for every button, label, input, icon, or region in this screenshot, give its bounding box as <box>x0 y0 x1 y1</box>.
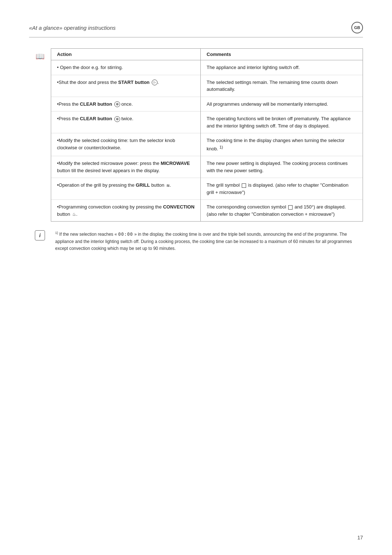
clear-icon: ⊗ <box>114 101 120 107</box>
footnote-left-col: i <box>29 230 51 240</box>
comment-cell: The corresponding convection symbol and … <box>201 200 363 222</box>
page-header: «At a glance» operating instructions GB <box>29 22 363 37</box>
action-text: •Operation of the grill by pressing the … <box>57 182 171 188</box>
grill-symbol <box>242 183 246 188</box>
table-row: •Shut the door and press the START butto… <box>51 75 363 97</box>
action-cell: • Open the door e.g. for stirring. <box>51 60 201 75</box>
page-title: «At a glance» operating instructions <box>29 25 115 31</box>
info-badge: i <box>35 230 45 240</box>
comment-text: The operating functions will be broken o… <box>207 116 351 129</box>
action-cell: •Modify the selected microwave power: pr… <box>51 156 201 178</box>
action-cell: •Press the CLEAR button ⊗ once. <box>51 97 201 112</box>
start-icon <box>152 80 158 85</box>
action-cell: •Shut the door and press the START butto… <box>51 75 201 97</box>
comment-cell: The selected settings remain. The remain… <box>201 75 363 97</box>
page-number: 17 <box>357 535 363 540</box>
comment-text: The corresponding convection symbol and … <box>207 204 346 217</box>
language-badge: GB <box>351 22 363 33</box>
table-row: •Press the CLEAR button ⊗ once. All prog… <box>51 97 363 112</box>
comment-text: The new power setting is displayed. The … <box>207 161 348 173</box>
table-row: •Programming convection cooking by press… <box>51 200 363 222</box>
convection-icon: ♨ <box>72 211 76 218</box>
comment-cell: The new power setting is displayed. The … <box>201 156 363 178</box>
comment-cell: The operating functions will be broken o… <box>201 112 363 133</box>
bold-keyword: START button <box>118 80 150 85</box>
convection-symbol <box>288 205 293 210</box>
left-icon-column: 📖 <box>29 48 51 222</box>
comment-cell: The appliance and interior lighting swit… <box>201 60 363 75</box>
clear-icon: ⊗ <box>114 116 120 122</box>
footnote-area: i 1) If the new selection reaches « 00:0… <box>29 230 363 252</box>
instructions-table: Action Comments • Open the door e.g. for… <box>51 49 363 221</box>
book-icon: 📖 <box>36 52 45 61</box>
comment-cell: All programmes underway will be momentar… <box>201 97 363 112</box>
comment-text: All programmes underway will be momentar… <box>207 101 328 107</box>
action-text: • Open the door e.g. for stirring. <box>57 65 123 70</box>
bold-keyword: CLEAR button <box>80 116 112 121</box>
table-row: •Press the CLEAR button ⊗ twice. The ope… <box>51 112 363 133</box>
comment-text: The cooking time in the display changes … <box>207 138 344 151</box>
footnote-text: 1) If the new selection reaches « 00:00 … <box>55 230 363 252</box>
action-text: •Programming convection cooking by press… <box>57 204 195 217</box>
bold-keyword: CLEAR button <box>80 101 112 107</box>
comment-cell: The cooking time in the display changes … <box>201 133 363 156</box>
bold-keyword: CONVECTION <box>163 204 195 210</box>
action-text: •Press the CLEAR button ⊗ once. <box>57 101 133 107</box>
action-cell: •Modify the selected cooking time: turn … <box>51 133 201 156</box>
page: «At a glance» operating instructions GB … <box>0 0 392 555</box>
action-cell: •Operation of the grill by pressing the … <box>51 178 201 200</box>
content-area: 📖 Action Comments • Open the door e.g. f… <box>29 48 363 222</box>
action-text: •Modify the selected microwave power: pr… <box>57 161 190 173</box>
comment-text: The grill symbol is displayed. (also ref… <box>207 182 348 195</box>
display-digits: 00:00 <box>118 232 133 237</box>
table-row: •Operation of the grill by pressing the … <box>51 178 363 200</box>
table-row: •Modify the selected cooking time: turn … <box>51 133 363 156</box>
comment-text: The selected settings remain. The remain… <box>207 80 338 92</box>
action-text: •Shut the door and press the START butto… <box>57 80 159 85</box>
col-header-action: Action <box>51 49 201 60</box>
grill-icon: ≋ <box>166 182 170 189</box>
col-header-comments: Comments <box>201 49 363 60</box>
action-cell: •Press the CLEAR button ⊗ twice. <box>51 112 201 133</box>
comment-cell: The grill symbol is displayed. (also ref… <box>201 178 363 200</box>
comment-text: The appliance and interior lighting swit… <box>207 65 299 70</box>
bold-keyword: MICROWAVE <box>161 161 190 166</box>
action-text: •Modify the selected cooking time: turn … <box>57 138 175 150</box>
table-row: • Open the door e.g. for stirring. The a… <box>51 60 363 75</box>
action-text: •Press the CLEAR button ⊗ twice. <box>57 116 133 121</box>
instructions-table-wrapper: Action Comments • Open the door e.g. for… <box>51 48 363 222</box>
action-cell: •Programming convection cooking by press… <box>51 200 201 222</box>
table-row: •Modify the selected microwave power: pr… <box>51 156 363 178</box>
bold-keyword: GRILL <box>136 182 150 188</box>
